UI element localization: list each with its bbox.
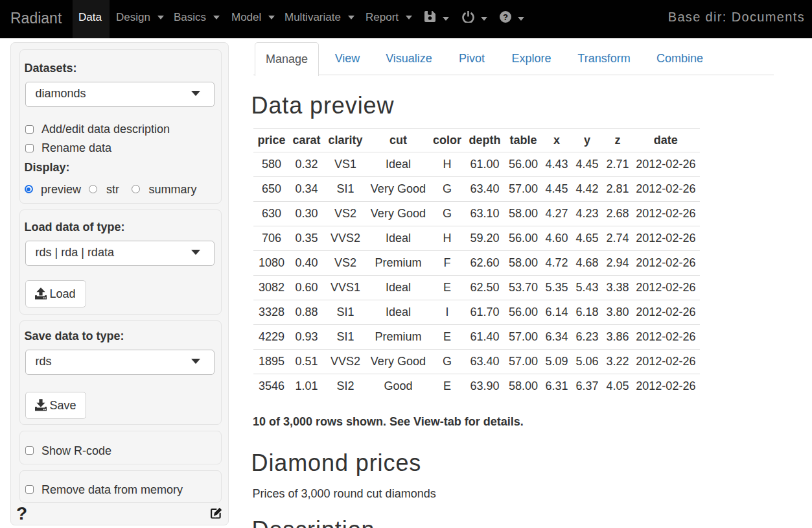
svg-text:?: ? [503, 12, 508, 22]
